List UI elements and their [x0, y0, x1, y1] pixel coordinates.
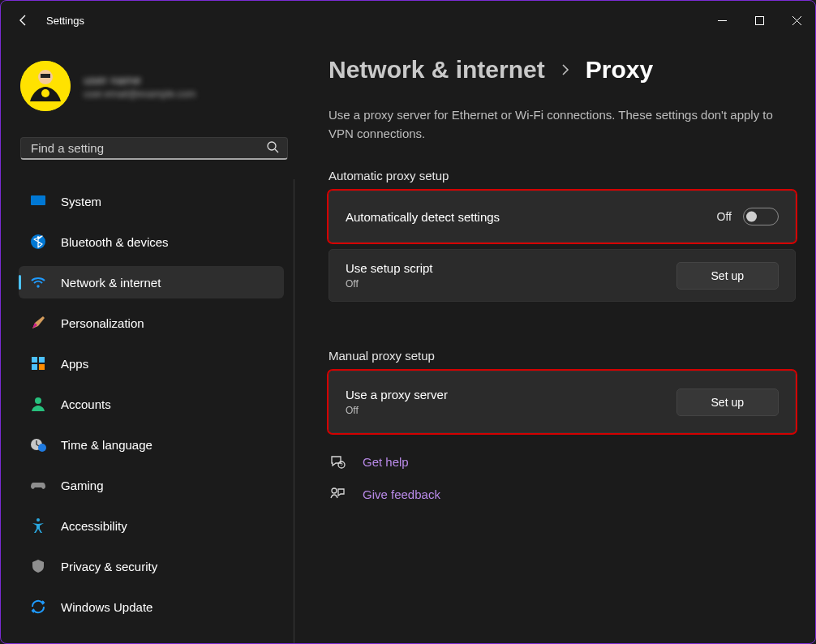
- sidebar-item-label: Network & internet: [61, 276, 161, 290]
- sidebar-item-label: Privacy & security: [61, 560, 157, 573]
- card-auto-detect: Automatically detect settings Off: [329, 191, 796, 243]
- sidebar-item-privacy[interactable]: Privacy & security: [19, 550, 284, 582]
- user-profile[interactable]: user name user.email@example.com: [15, 58, 294, 122]
- sidebar-item-label: Personalization: [61, 316, 144, 330]
- app-title: Settings: [46, 15, 84, 27]
- get-help-label: Get help: [363, 455, 409, 469]
- svg-rect-10: [32, 357, 37, 363]
- breadcrumb-parent[interactable]: Network & internet: [329, 56, 545, 84]
- main-content: Network & internet Proxy Use a proxy ser…: [301, 40, 815, 643]
- breadcrumb: Network & internet Proxy: [329, 56, 796, 84]
- sidebar-item-label: Accessibility: [61, 519, 127, 533]
- titlebar: Settings: [1, 1, 815, 40]
- chevron-right-icon: [560, 61, 571, 79]
- sidebar-item-system[interactable]: System: [19, 185, 284, 217]
- sidebar-item-time-language[interactable]: Time & language: [19, 428, 284, 461]
- svg-point-4: [41, 89, 49, 97]
- display-icon: [30, 193, 46, 209]
- svg-rect-11: [39, 357, 45, 363]
- svg-point-5: [268, 142, 276, 150]
- give-feedback-link[interactable]: Give feedback: [329, 485, 796, 503]
- sidebar-item-apps[interactable]: Apps: [19, 347, 284, 380]
- sidebar-item-label: Bluetooth & devices: [61, 235, 169, 249]
- accessibility-icon: [30, 517, 46, 534]
- avatar: [20, 61, 71, 111]
- sidebar-item-accounts[interactable]: Accounts: [19, 388, 284, 420]
- shield-icon: [30, 558, 46, 574]
- toggle-knob: [746, 212, 757, 222]
- auto-detect-toggle[interactable]: [743, 208, 779, 225]
- svg-point-1: [20, 61, 71, 111]
- close-button[interactable]: [778, 7, 815, 33]
- proxy-server-status: Off: [346, 405, 448, 416]
- clock-globe-icon: [30, 436, 46, 453]
- svg-point-20: [332, 488, 337, 493]
- sidebar-item-label: Windows Update: [61, 600, 152, 614]
- sidebar-item-label: Gaming: [61, 479, 104, 492]
- svg-text:?: ?: [340, 462, 343, 467]
- window-controls: [703, 7, 815, 33]
- minimize-button[interactable]: [703, 7, 741, 33]
- sidebar-item-label: System: [61, 195, 101, 208]
- sidebar-item-windows-update[interactable]: Windows Update: [19, 590, 284, 623]
- search-input[interactable]: [31, 141, 266, 155]
- section-title-automatic: Automatic proxy setup: [329, 169, 796, 182]
- sidebar-item-gaming[interactable]: Gaming: [19, 469, 284, 501]
- page-title: Proxy: [586, 56, 653, 84]
- proxy-server-button[interactable]: Set up: [676, 389, 779, 416]
- sidebar-item-personalization[interactable]: Personalization: [19, 307, 284, 339]
- get-help-link[interactable]: ? Get help: [329, 453, 796, 470]
- help-icon: ?: [329, 453, 346, 470]
- nav-list: System Bluetooth & devices Network & int…: [15, 179, 294, 643]
- sidebar-item-network[interactable]: Network & internet: [19, 266, 284, 298]
- profile-name: user name: [84, 73, 195, 87]
- setup-script-status: Off: [346, 278, 433, 290]
- section-title-manual: Manual proxy setup: [329, 349, 796, 363]
- sidebar-item-label: Time & language: [61, 438, 152, 452]
- card-proxy-server: Use a proxy server Off Set up: [329, 371, 796, 433]
- svg-rect-12: [32, 364, 37, 370]
- arrow-left-icon: [17, 14, 30, 27]
- toggle-state-label: Off: [717, 210, 732, 223]
- svg-rect-3: [41, 74, 50, 78]
- svg-rect-13: [39, 364, 45, 370]
- svg-point-16: [38, 444, 46, 452]
- auto-detect-label: Automatically detect settings: [346, 210, 500, 224]
- sidebar-item-label: Apps: [61, 357, 88, 371]
- sidebar-item-bluetooth[interactable]: Bluetooth & devices: [19, 225, 284, 258]
- sidebar-item-label: Accounts: [61, 397, 111, 411]
- minimize-icon: [718, 16, 727, 25]
- setup-script-button[interactable]: Set up: [676, 262, 779, 290]
- bluetooth-icon: [30, 234, 46, 250]
- proxy-server-label: Use a proxy server: [346, 388, 448, 401]
- give-feedback-label: Give feedback: [363, 487, 440, 501]
- maximize-button[interactable]: [741, 7, 778, 33]
- sidebar-item-accessibility[interactable]: Accessibility: [19, 509, 284, 542]
- svg-point-14: [35, 397, 41, 404]
- svg-point-17: [37, 518, 40, 522]
- wifi-icon: [30, 274, 46, 290]
- sync-icon: [30, 599, 46, 615]
- search-box[interactable]: [20, 137, 288, 160]
- feedback-icon: [329, 485, 346, 503]
- svg-rect-0: [755, 16, 763, 24]
- page-description: Use a proxy server for Ethernet or Wi-Fi…: [329, 106, 783, 143]
- footer-links: ? Get help Give feedback: [329, 453, 796, 503]
- setup-script-label: Use setup script: [346, 261, 433, 275]
- profile-email: user.email@example.com: [84, 88, 195, 100]
- back-button[interactable]: [6, 2, 41, 38]
- svg-rect-6: [31, 195, 45, 205]
- apps-icon: [30, 355, 46, 371]
- maximize-icon: [755, 16, 764, 25]
- search-icon: [266, 140, 279, 156]
- card-setup-script: Use setup script Off Set up: [329, 249, 796, 302]
- paintbrush-icon: [30, 315, 46, 331]
- close-icon: [792, 16, 801, 25]
- svg-point-9: [37, 285, 39, 287]
- sidebar: user name user.email@example.com System …: [1, 40, 301, 643]
- gamepad-icon: [30, 477, 46, 493]
- person-icon: [30, 396, 46, 412]
